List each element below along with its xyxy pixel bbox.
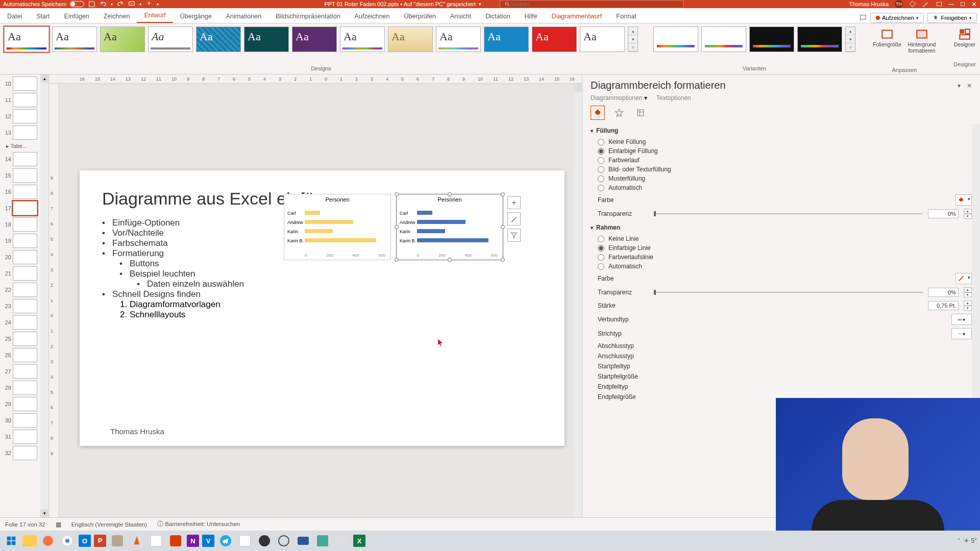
fill-radio-option[interactable]: Keine Füllung <box>598 138 972 145</box>
chart-elements-button[interactable]: ＋ <box>507 196 521 209</box>
slide-counter[interactable]: Folie 17 von 32 <box>5 521 45 528</box>
theme-tile[interactable]: Aa <box>388 27 433 52</box>
title-dropdown-icon[interactable]: ▾ <box>479 2 481 7</box>
fill-radio-option[interactable]: Automatisch <box>598 184 972 191</box>
border-radio-option[interactable]: Farbverlaufslinie <box>598 254 972 261</box>
line-transparency-value[interactable]: 0% <box>928 288 959 297</box>
theme-tile[interactable]: Aa <box>292 27 337 52</box>
autosave-toggle[interactable]: Automatisches Speichern <box>3 1 84 7</box>
close-button[interactable]: ✕ <box>971 1 977 8</box>
slide-canvas[interactable]: Diagramme aus Excel einfügen Einfüge-Opt… <box>59 84 582 517</box>
slide-thumbnail[interactable] <box>13 446 37 460</box>
fill-line-tab-icon[interactable] <box>591 106 605 120</box>
start-show-icon[interactable] <box>128 1 135 8</box>
theme-tile[interactable]: Aa <box>4 27 49 52</box>
vscode-icon[interactable]: V <box>202 535 214 547</box>
diamond-icon[interactable] <box>909 1 916 8</box>
minimize-button[interactable]: ─ <box>949 0 954 8</box>
slide-thumbnail[interactable] <box>13 315 37 330</box>
slide-thumbnail[interactable] <box>13 201 37 215</box>
variants-gallery-more[interactable]: ▴▾▿ <box>845 27 855 52</box>
app-icon-4[interactable] <box>237 533 253 549</box>
slide-thumbnail[interactable] <box>13 364 37 379</box>
user-avatar[interactable]: TH <box>895 0 903 8</box>
comments-icon[interactable] <box>859 14 867 22</box>
theme-tile[interactable]: Aa <box>100 27 145 52</box>
theme-tile[interactable]: Aa <box>244 27 289 52</box>
fill-section-header[interactable]: Füllung <box>591 127 972 134</box>
slide-thumbnail[interactable] <box>13 250 37 264</box>
embedded-chart-1[interactable]: Personen Carl Andrew Karin Karin B. 0200… <box>284 194 391 260</box>
chart-filter-button[interactable] <box>507 229 521 242</box>
theme-tile[interactable]: Aa <box>196 27 241 52</box>
outlook-icon[interactable]: O <box>79 535 91 547</box>
slide-thumbnail[interactable] <box>13 299 37 313</box>
tab-animationen[interactable]: Animationen <box>219 10 269 23</box>
excel-icon[interactable]: X <box>353 535 365 547</box>
fill-radio-option[interactable]: Bild- oder Texturfüllung <box>598 166 972 173</box>
canvas-scrollbar[interactable] <box>574 84 582 517</box>
subtab-text-options[interactable]: Textoptionen <box>656 94 691 102</box>
app-icon-8[interactable] <box>334 533 350 549</box>
slide-thumbnail[interactable] <box>13 266 37 281</box>
app-icon-2[interactable] <box>148 533 164 549</box>
slide-thumbnail[interactable] <box>13 397 37 411</box>
record-button[interactable]: Aufzeichnen▾ <box>870 13 924 23</box>
powerpoint-icon[interactable]: P <box>94 535 106 547</box>
fill-transparency-value[interactable]: 0% <box>928 209 959 218</box>
variant-tile[interactable] <box>749 27 794 52</box>
line-color-picker[interactable] <box>955 273 972 284</box>
compound-type-dropdown[interactable]: ═ ▾ <box>951 314 972 325</box>
dash-type-dropdown[interactable]: ┄ ▾ <box>951 328 972 339</box>
line-width-value[interactable]: 0,75 Pt. <box>928 301 959 310</box>
theme-tile[interactable]: Aa <box>580 27 625 52</box>
pane-close-icon[interactable]: ✕ <box>967 82 972 89</box>
app-icon-3[interactable] <box>167 533 184 549</box>
app-icon-5[interactable] <box>276 533 292 549</box>
search-input[interactable] <box>510 1 678 7</box>
fill-color-picker[interactable] <box>955 194 972 206</box>
search-box[interactable] <box>500 0 683 8</box>
format-background-button[interactable]: Hintergrund formatieren <box>905 27 938 54</box>
slide-thumbnail[interactable] <box>13 381 37 395</box>
slide-thumbnail[interactable] <box>13 185 37 199</box>
theme-tile[interactable]: Aa <box>436 27 481 52</box>
slide-thumbnail[interactable] <box>13 332 37 346</box>
vlc-icon[interactable] <box>129 533 145 549</box>
app-icon-6[interactable] <box>295 533 311 549</box>
tab-zeichnen[interactable]: Zeichnen <box>96 10 137 23</box>
section-header[interactable]: ▸ Tabe... <box>2 142 39 150</box>
firefox-icon[interactable] <box>40 533 56 549</box>
file-explorer-icon[interactable] <box>22 535 37 546</box>
save-icon[interactable] <box>88 1 95 8</box>
tab-dictation[interactable]: Dictation <box>478 10 518 23</box>
fill-transparency-slider[interactable] <box>654 213 923 214</box>
thumbs-scrollbar[interactable]: ▴▾ <box>40 74 48 517</box>
slide-size-button[interactable]: Foliengröße <box>871 27 903 54</box>
telegram-icon[interactable] <box>217 533 234 549</box>
tab-hilfe[interactable]: Hilfe <box>518 10 545 23</box>
tab-start[interactable]: Start <box>29 10 57 23</box>
border-radio-option[interactable]: Keine Linie <box>598 235 972 242</box>
slide-thumbnail[interactable] <box>13 348 37 362</box>
touch-mode-icon[interactable] <box>145 1 153 8</box>
variant-tile[interactable] <box>701 27 746 52</box>
onenote-icon[interactable]: N <box>187 535 199 547</box>
slide-thumbnail[interactable] <box>13 93 37 107</box>
undo-icon[interactable] <box>100 1 107 8</box>
line-transparency-slider[interactable] <box>654 292 923 293</box>
slide-thumbnail[interactable] <box>13 77 37 91</box>
tab-diagrammentwurf[interactable]: Diagrammentwurf <box>545 10 609 23</box>
fill-radio-option[interactable]: Einfarbige Füllung <box>598 147 972 155</box>
tab-uebergaenge[interactable]: Übergänge <box>173 10 219 23</box>
weather-widget[interactable]: ☀ 5° <box>964 537 977 544</box>
slide-thumbnail[interactable] <box>13 283 37 297</box>
border-radio-option[interactable]: Automatisch <box>598 263 972 270</box>
redo-icon[interactable] <box>117 1 124 8</box>
obs-icon[interactable] <box>256 533 273 549</box>
user-name[interactable]: Thomas Hruska <box>849 1 889 7</box>
subtab-chart-options[interactable]: Diagrammoptionen ▾ <box>591 94 647 102</box>
chrome-icon[interactable] <box>59 533 76 549</box>
pane-options-icon[interactable]: ▾ <box>958 82 961 89</box>
variant-tile[interactable] <box>653 27 698 52</box>
